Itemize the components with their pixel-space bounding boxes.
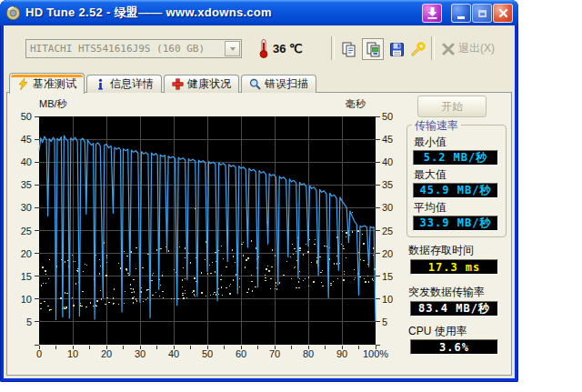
- start-button[interactable]: 开始: [417, 95, 487, 117]
- axis-tick-label: 10: [7, 294, 32, 305]
- tab-benchmark[interactable]: 基准测试: [9, 73, 85, 94]
- min-label: 最小值: [414, 135, 447, 150]
- benchmark-plot: [35, 116, 380, 350]
- axis-tick-label: 10: [382, 294, 406, 305]
- maximize-button[interactable]: [472, 4, 492, 23]
- access-time-label: 数据存取时间: [408, 243, 474, 258]
- close-button[interactable]: [493, 4, 513, 23]
- toolbar-separator: [431, 36, 435, 60]
- chevron-down-icon: [230, 47, 236, 51]
- thermometer-icon: [258, 38, 269, 62]
- options-icon: [409, 41, 426, 58]
- copy-image-button[interactable]: [362, 38, 384, 60]
- tab-page-benchmark: MB/秒 毫秒 50454035302520151055045403530252…: [6, 92, 512, 376]
- cpu-usage-label: CPU 使用率: [408, 324, 467, 339]
- tab-label: 健康状况: [187, 76, 231, 92]
- minimize-button[interactable]: [451, 4, 471, 23]
- right-axis-title: 毫秒: [346, 97, 366, 111]
- tab-label: 基准测试: [33, 76, 76, 92]
- temperature-value: 36 ℃: [273, 42, 303, 55]
- tab-health[interactable]: 健康状况: [164, 75, 239, 93]
- axis-tick-label: 20: [7, 248, 32, 259]
- burst-rate-display: 83.4 MB/秒: [410, 301, 498, 317]
- axis-tick-label: 50: [7, 111, 32, 122]
- download-icon: [426, 6, 439, 20]
- max-label: 最大值: [414, 167, 447, 183]
- close-icon: [497, 7, 509, 19]
- burst-rate-label: 突发数据传输率: [408, 285, 485, 300]
- tab-info[interactable]: 信息详情: [86, 75, 162, 93]
- axis-tick-label: 40: [7, 156, 32, 167]
- drive-select[interactable]: HITACHI HTS541616J9S (160 GB): [25, 39, 242, 58]
- exit-button[interactable]: 退出(X): [442, 41, 495, 56]
- health-cross-icon: [172, 78, 184, 90]
- minimize-icon: [457, 16, 465, 19]
- axis-tick-label: 30: [382, 202, 406, 213]
- window-title: HD Tune 2.52 - 绿盟—— www.xdowns.com: [25, 5, 272, 21]
- transfer-rate-group: 传输速率 最小值 5.2 MB/秒 最大值 45.9 MB/秒 平均值 33.9…: [406, 125, 507, 237]
- save-button[interactable]: [386, 38, 407, 60]
- axis-tick-label: 5: [7, 317, 32, 327]
- drive-select-arrow-button[interactable]: [225, 41, 240, 56]
- axis-tick-label: 35: [382, 179, 406, 190]
- axis-tick-label: 5: [382, 317, 406, 327]
- axis-tick-label: 20: [382, 248, 406, 259]
- axis-tick-label: 25: [7, 226, 32, 236]
- max-value-display: 45.9 MB/秒: [413, 183, 498, 198]
- info-icon: [95, 78, 106, 90]
- tab-label: 信息详情: [110, 76, 154, 92]
- window-title-bar[interactable]: HD Tune 2.52 - 绿盟—— www.xdowns.com: [0, 0, 518, 25]
- exit-label: 退出(X): [458, 41, 495, 56]
- magnifier-icon: [249, 78, 261, 90]
- left-axis-title: MB/秒: [39, 97, 67, 111]
- floppy-disk-icon: [388, 41, 406, 58]
- access-time-display: 17.3 ms: [410, 259, 498, 275]
- cpu-usage-display: 3.6%: [410, 339, 498, 355]
- tab-bar: 基准测试 信息详情 健康状况: [9, 72, 316, 93]
- options-button[interactable]: [406, 38, 428, 60]
- axis-tick-label: 30: [7, 202, 32, 213]
- axis-tick-label: 45: [7, 134, 32, 145]
- tab-error-scan[interactable]: 错误扫描: [241, 75, 316, 93]
- axis-tick-label: 45: [382, 134, 406, 145]
- tab-label: 错误扫描: [265, 76, 308, 92]
- avg-value-display: 33.9 MB/秒: [413, 216, 498, 231]
- download-button[interactable]: [422, 4, 442, 23]
- maximize-icon: [478, 10, 487, 17]
- screen-background: HD Tune 2.52 - 绿盟—— www.xdowns.com: [0, 0, 582, 392]
- toolbar-separator: [331, 36, 335, 60]
- app-icon: [5, 5, 21, 21]
- avg-label: 平均值: [414, 200, 447, 216]
- app-window: HD Tune 2.52 - 绿盟—— www.xdowns.com: [0, 0, 518, 382]
- drive-select-value: HITACHI HTS541616J9S (160 GB): [26, 43, 225, 55]
- axis-tick-label: 15: [7, 271, 32, 282]
- axis-tick-label: 25: [382, 226, 406, 236]
- group-title: 传输速率: [412, 118, 461, 134]
- axis-tick-label: 15: [382, 271, 406, 282]
- copy-image-icon: [365, 41, 382, 58]
- axis-tick-label: 50: [382, 111, 406, 122]
- lightning-icon: [17, 78, 29, 90]
- copy-button[interactable]: [337, 38, 359, 60]
- exit-x-icon: [442, 43, 455, 55]
- axis-tick-label: 40: [382, 156, 406, 167]
- min-value-display: 5.2 MB/秒: [413, 150, 498, 166]
- axis-tick-label: 35: [7, 179, 32, 190]
- copy-icon: [340, 41, 357, 58]
